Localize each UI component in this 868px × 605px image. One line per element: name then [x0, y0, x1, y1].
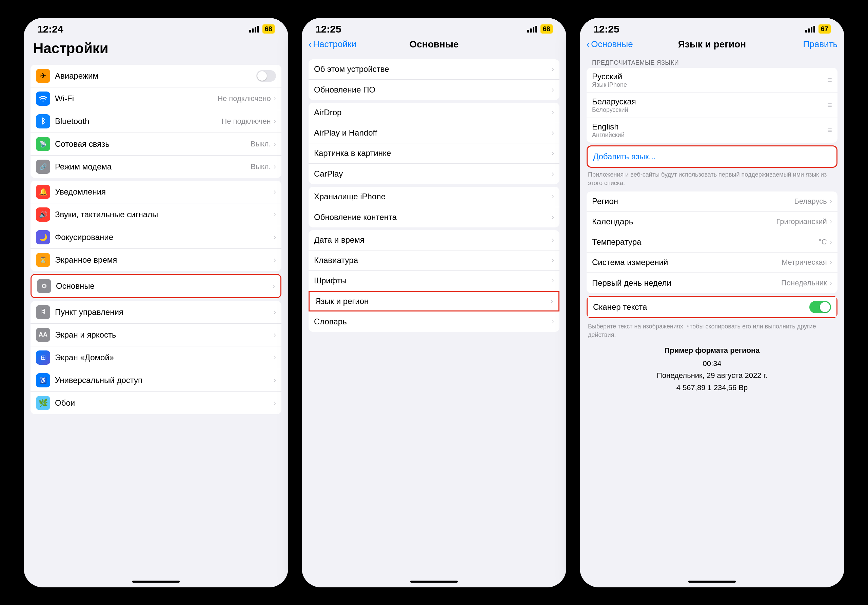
format-title: Пример формата региона [587, 346, 837, 355]
airplane-toggle[interactable] [256, 70, 276, 82]
general-item-airplay[interactable]: AirPlay и Handoff › [308, 123, 560, 143]
phone1: 12:24 68 Настройки ✈ Авиарежим [24, 18, 288, 587]
home-screen-label: Экран «Домой» [55, 353, 274, 362]
general-item-language[interactable]: Язык и регион › [308, 291, 560, 311]
time-phone3: 12:25 [594, 23, 620, 35]
phone2: 12:25 68 ‹ Настройки Основные [302, 18, 566, 587]
first-weekday-chevron: › [830, 279, 832, 288]
general-item-bg-refresh[interactable]: Обновление контента › [308, 207, 560, 227]
settings-item-wallpaper[interactable]: 🌿 Обои › [31, 392, 281, 414]
settings-item-focus[interactable]: 🌙 Фокусирование › [31, 226, 281, 249]
drag-handle-english[interactable]: ≡ [827, 125, 832, 135]
region-section: Регион Беларусь › Календарь Григориански… [587, 192, 837, 293]
general-highlighted-wrapper: ⚙ Основные › [31, 274, 281, 298]
back-button-phone3[interactable]: ‹ Основные [587, 39, 633, 50]
drag-handle-belarusian[interactable]: ≡ [827, 100, 832, 110]
general-item-fonts[interactable]: Шрифты › [308, 271, 560, 291]
signal-bar-p2-1 [527, 30, 529, 32]
settings-item-home-screen[interactable]: ⊞ Экран «Домой» › [31, 347, 281, 369]
drag-handle-russian[interactable]: ≡ [827, 75, 832, 85]
cellular-label: Сотовая связь [55, 139, 251, 149]
scanner-toggle[interactable] [809, 301, 831, 313]
settings-item-cellular[interactable]: 📡 Сотовая связь Выкл. › [31, 133, 281, 156]
general-item-datetime[interactable]: Дата и время › [308, 230, 560, 251]
screen-time-chevron: › [274, 255, 276, 265]
focus-icon: 🌙 [36, 230, 50, 244]
general-item-keyboard[interactable]: Клавиатура › [308, 251, 560, 271]
settings-item-notifications[interactable]: 🔔 Уведомления › [31, 181, 281, 203]
back-button-phone2[interactable]: ‹ Настройки [308, 39, 356, 50]
home-indicator-phone3 [688, 580, 736, 583]
first-weekday-label: Первый день недели [592, 278, 781, 288]
temperature-label: Температура [592, 237, 818, 247]
general-item-dictionary[interactable]: Словарь › [308, 311, 560, 332]
battery-phone1: 68 [262, 25, 274, 34]
home-screen-chevron: › [274, 353, 276, 362]
region-row-temperature[interactable]: Температура °C › [587, 232, 837, 252]
lang-item-english[interactable]: English Английский ≡ [587, 118, 837, 143]
region-row-measurement[interactable]: Система измерений Метрическая › [587, 252, 837, 273]
general-item-about[interactable]: Об этом устройстве › [308, 59, 560, 80]
scanner-row[interactable]: Сканер текста [587, 297, 837, 317]
settings-item-control-center[interactable]: 🎛 Пункт управления › [31, 301, 281, 324]
general-chevron: › [273, 282, 275, 291]
datetime-chevron: › [552, 235, 554, 244]
bg-refresh-chevron: › [552, 213, 554, 222]
status-right-phone1: 68 [249, 25, 274, 34]
add-lang-note-wrapper: Приложения и веб-сайты будут использоват… [587, 170, 837, 187]
lang-name-english: English [592, 122, 824, 132]
region-row-region[interactable]: Регион Беларусь › [587, 192, 837, 212]
accessibility-chevron: › [274, 376, 276, 385]
accessibility-icon: ♿ [36, 373, 50, 387]
settings-item-sounds[interactable]: 🔊 Звуки, тактильные сигналы › [31, 203, 281, 226]
lang-item-russian[interactable]: Русский Язык iPhone ≡ [587, 68, 837, 93]
general-item-carplay[interactable]: CarPlay › [308, 164, 560, 184]
bg-refresh-label: Обновление контента [314, 212, 552, 222]
storage-chevron: › [552, 192, 554, 201]
settings-item-hotspot[interactable]: 🔗 Режим модема Выкл. › [31, 156, 281, 178]
scanner-note: Выберите текст на изображениях, чтобы ск… [588, 323, 816, 338]
settings-item-bluetooth[interactable]: ᛒ Bluetooth Не подключен › [31, 110, 281, 133]
sounds-chevron: › [274, 210, 276, 219]
general-item-storage[interactable]: Хранилище iPhone › [308, 187, 560, 207]
signal-bars-phone3 [805, 26, 815, 32]
nav-bar-phone3: ‹ Основные Язык и регион Править [580, 38, 844, 54]
screen-time-icon: ⏳ [36, 253, 50, 267]
add-language-label: Добавить язык... [593, 152, 656, 161]
dictionary-chevron: › [552, 317, 554, 326]
general-item-airdrop[interactable]: AirDrop › [308, 103, 560, 123]
carplay-label: CarPlay [314, 169, 552, 179]
notifications-icon: 🔔 [36, 185, 50, 199]
settings-item-screen-time[interactable]: ⏳ Экранное время › [31, 249, 281, 271]
settings-item-display[interactable]: AA Экран и яркость › [31, 324, 281, 347]
region-value: Беларусь [794, 197, 827, 206]
format-section: Пример формата региона 00:34 Понедельник… [587, 346, 837, 393]
settings-item-general[interactable]: ⚙ Основные › [31, 275, 281, 297]
lang-item-belarusian[interactable]: Беларуская Белорусский ≡ [587, 93, 837, 118]
region-row-first-weekday[interactable]: Первый день недели Понедельник › [587, 273, 837, 293]
edit-button-phone3[interactable]: Править [803, 39, 837, 50]
settings-section-1: ✈ Авиарежим Wi-Fi Не подключено › ᛒ Blue… [31, 65, 281, 178]
sounds-label: Звуки, тактильные сигналы [55, 210, 274, 219]
general-item-pip[interactable]: Картинка в картинке › [308, 143, 560, 164]
scanner-section: Сканер текста [587, 296, 837, 318]
settings-item-wifi[interactable]: Wi-Fi Не подключено › [31, 87, 281, 110]
region-row-calendar[interactable]: Календарь Григорианский › [587, 212, 837, 232]
status-bar-phone1: 12:24 68 [24, 18, 288, 38]
settings-section-3: 🎛 Пункт управления › AA Экран и яркость … [31, 301, 281, 414]
signal-bars-phone1 [249, 26, 259, 32]
add-language-note: Приложения и веб-сайты будут использоват… [588, 171, 827, 186]
add-language-item[interactable]: Добавить язык... [587, 146, 837, 167]
focus-chevron: › [274, 233, 276, 242]
focus-label: Фокусирование [55, 232, 274, 242]
datetime-label: Дата и время [314, 235, 552, 245]
settings-item-accessibility[interactable]: ♿ Универсальный доступ › [31, 369, 281, 392]
display-icon: AA [36, 328, 50, 342]
general-item-software-update[interactable]: Обновление ПО › [308, 80, 560, 100]
pref-lang-title: ПРЕДПОЧИТАЕМЫЕ ЯЗЫКИ [587, 57, 837, 68]
language-label: Язык и регион [315, 297, 551, 306]
status-right-phone3: 67 [805, 25, 831, 34]
settings-item-airplane[interactable]: ✈ Авиарежим [31, 65, 281, 87]
notif-chevron: › [274, 187, 276, 196]
display-label: Экран и яркость [55, 330, 274, 340]
